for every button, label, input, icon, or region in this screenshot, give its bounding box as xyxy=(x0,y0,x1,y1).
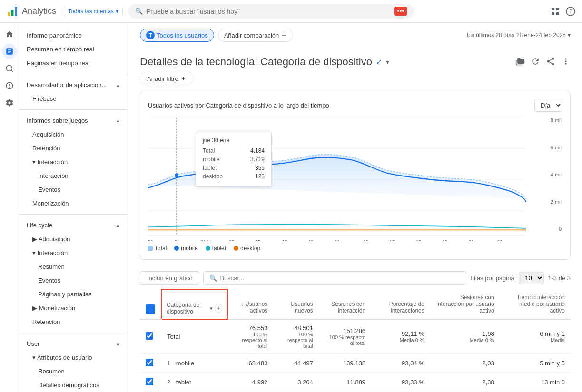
sidebar-item-eventos-games[interactable]: Eventos xyxy=(19,183,128,196)
total-active-users: 76.553 100 % respecto al total xyxy=(227,319,273,354)
chevron-up-icon-3: ▲ xyxy=(116,223,120,228)
sidebar-item-interaccion-sub[interactable]: Interacción xyxy=(19,169,128,183)
page-title: Detalles de la tecnología: Categoria de … xyxy=(140,56,389,68)
row1-checkbox[interactable] xyxy=(146,359,153,366)
help-icon[interactable]: ? xyxy=(565,6,576,17)
sidebar-group-atributos[interactable]: ▾ Atributos de usuario xyxy=(19,351,128,364)
verify-icon: ✓ xyxy=(376,58,382,67)
dropdown-icon[interactable]: ▾ xyxy=(386,58,389,66)
legend-tablet[interactable]: tablet xyxy=(206,245,226,252)
legend-tablet-icon xyxy=(206,246,210,251)
settings-icon-bar[interactable] xyxy=(2,95,17,110)
th-active-users[interactable]: ↓ Usuarios activos xyxy=(227,289,273,319)
sidebar-group-games[interactable]: Informes sobre juegos ▲ xyxy=(19,114,128,127)
legend-mobile[interactable]: mobile xyxy=(174,245,197,252)
sidebar-item-pages-realtime[interactable]: Páginas en tiempo real xyxy=(19,56,128,70)
sidebar-item-monetizacion-games[interactable]: Monetización xyxy=(19,196,128,210)
rows-per-page: Filas por página: 10 xyxy=(470,272,544,284)
refresh-icon[interactable] xyxy=(531,57,540,68)
th-sessions[interactable]: Sesiones con interacción xyxy=(319,289,371,319)
th-time[interactable]: Tiempo interacción medio por usuario act… xyxy=(500,289,571,319)
search-input[interactable] xyxy=(147,8,390,15)
th-new-users[interactable]: Usuarios nuevos xyxy=(273,289,319,319)
analytics-logo-icon xyxy=(6,5,19,18)
sidebar-item-adquisicion-lc[interactable]: ▶ Adquisición xyxy=(19,232,128,246)
chevron-up-icon-2: ▲ xyxy=(116,118,120,123)
home-icon-bar[interactable] xyxy=(2,27,17,42)
sidebar-item-firebase[interactable]: Firebase xyxy=(19,92,128,106)
search-badge xyxy=(394,7,407,16)
explore-icon-bar[interactable] xyxy=(2,61,17,76)
table-search[interactable]: 🔍 xyxy=(203,271,466,285)
sidebar-item-retencion-games[interactable]: Retención xyxy=(19,141,128,155)
sidebar-group-user[interactable]: User ▲ xyxy=(19,337,128,351)
chart-header: Usuarios activos por Categoria de dispos… xyxy=(148,99,562,112)
sidebar-group-lifecycle[interactable]: Life cycle ▲ xyxy=(19,218,128,232)
icon-bar xyxy=(0,23,19,392)
sidebar-item-adquisicion-games[interactable]: Adquisición xyxy=(19,127,128,141)
sidebar: Informe panorámico Resumen en tiempo rea… xyxy=(19,23,128,392)
sidebar-item-resumen-user[interactable]: Resumen xyxy=(19,364,128,378)
date-range[interactable]: los últimos 28 días 28 ene-24 feb 2025 ▾ xyxy=(467,32,571,39)
config-icon-bar[interactable] xyxy=(2,78,17,93)
chart-period-select[interactable]: Día xyxy=(534,99,562,112)
add-filter-btn[interactable]: Añadir filtro ＋ xyxy=(140,72,194,85)
sidebar-item-demograficos[interactable]: Detalles demográficos xyxy=(19,378,128,392)
row2-checkbox[interactable] xyxy=(146,378,153,385)
th-pct[interactable]: Porcentaje de interacciones xyxy=(371,289,430,319)
sidebar-group-interaccion-games[interactable]: ▾ Interacción xyxy=(19,155,128,169)
data-table: Categoría de dispositivo ▾ ＋ ↓ Usuarios … xyxy=(140,289,571,392)
svg-rect-8 xyxy=(552,12,554,15)
sidebar-item-eventos-lc[interactable]: Eventos xyxy=(19,274,128,287)
sidebar-item-retencion-lc[interactable]: Retención xyxy=(19,315,128,329)
more-icon[interactable] xyxy=(561,57,571,68)
compare-icon[interactable] xyxy=(515,57,525,68)
legend-total[interactable]: Total xyxy=(148,245,167,252)
col-filter-icon[interactable]: ▾ xyxy=(210,305,213,312)
rows-per-page-select[interactable]: 10 xyxy=(519,272,544,284)
sidebar-item-realtime[interactable]: Resumen en tiempo real xyxy=(19,42,128,56)
sidebar-item-resumen-lc[interactable]: Resumen xyxy=(19,260,128,274)
sidebar-group-interaccion-lc[interactable]: ▾ Interacción xyxy=(19,246,128,260)
add-column-btn[interactable]: ＋ xyxy=(215,304,222,313)
th-category[interactable]: Categoría de dispositivo ▾ ＋ xyxy=(161,289,227,319)
svg-text:21: 21 xyxy=(469,239,473,241)
svg-point-12 xyxy=(6,65,12,71)
table-row: 2 tablet 4.992 3.204 11.889 93,33 % 2,38… xyxy=(140,373,571,392)
sidebar-item-monetizacion-lc[interactable]: ▶ Monetización xyxy=(19,301,128,315)
svg-point-3 xyxy=(397,10,399,12)
svg-text:15: 15 xyxy=(390,239,395,241)
svg-text:29 ene: 29 ene xyxy=(148,239,161,241)
table-section: Incluir en gráfico 🔍 Filas por página: 1… xyxy=(140,267,571,392)
total-pct: 92,11 % Media 0 % xyxy=(371,319,430,354)
chevron-down-icon: ▾ xyxy=(116,8,118,15)
include-in-chart-btn[interactable]: Incluir en gráfico xyxy=(140,271,199,285)
th-sessions-per-user[interactable]: Sesiones con interacción por usuario act… xyxy=(430,289,500,319)
chevron-up-icon: ▲ xyxy=(116,82,120,88)
account-label: Todas las cuentas xyxy=(68,8,114,15)
account-selector[interactable]: Todas las cuentas ▾ xyxy=(64,6,123,17)
sidebar-item-panoramic[interactable]: Informe panorámico xyxy=(19,29,128,42)
svg-rect-2 xyxy=(15,7,17,16)
search-bar[interactable]: 🔍 xyxy=(128,4,414,19)
total-new-users: 48.501 100 % respecto al total xyxy=(273,319,319,354)
svg-text:?: ? xyxy=(569,8,572,15)
svg-text:07: 07 xyxy=(282,239,287,241)
grid-icon[interactable] xyxy=(550,6,561,17)
sidebar-item-paginas-lc[interactable]: Páginas y pantallas xyxy=(19,287,128,301)
add-comparison-btn[interactable]: Añadir comparación ＋ xyxy=(218,29,294,42)
total-checkbox[interactable] xyxy=(146,332,153,340)
svg-rect-7 xyxy=(556,8,559,10)
all-users-chip[interactable]: T Todos los usuarios xyxy=(140,29,214,42)
table-search-input[interactable] xyxy=(220,274,460,282)
reports-icon-bar[interactable] xyxy=(2,44,17,59)
sidebar-group-developer[interactable]: Desarrollador de aplicacion... ▲ xyxy=(19,78,128,92)
share-icon[interactable] xyxy=(546,57,555,68)
total-sessions-per-user: 1,98 Media 0 % xyxy=(430,319,500,354)
svg-point-19 xyxy=(175,173,178,177)
legend-mobile-icon xyxy=(174,246,179,251)
legend-desktop[interactable]: desktop xyxy=(234,245,260,252)
all-users-label: Todos los usuarios xyxy=(157,32,208,39)
chart-section: Usuarios activos por Categoria de dispos… xyxy=(140,91,571,260)
total-time: 6 min y 1 Media xyxy=(500,319,571,354)
